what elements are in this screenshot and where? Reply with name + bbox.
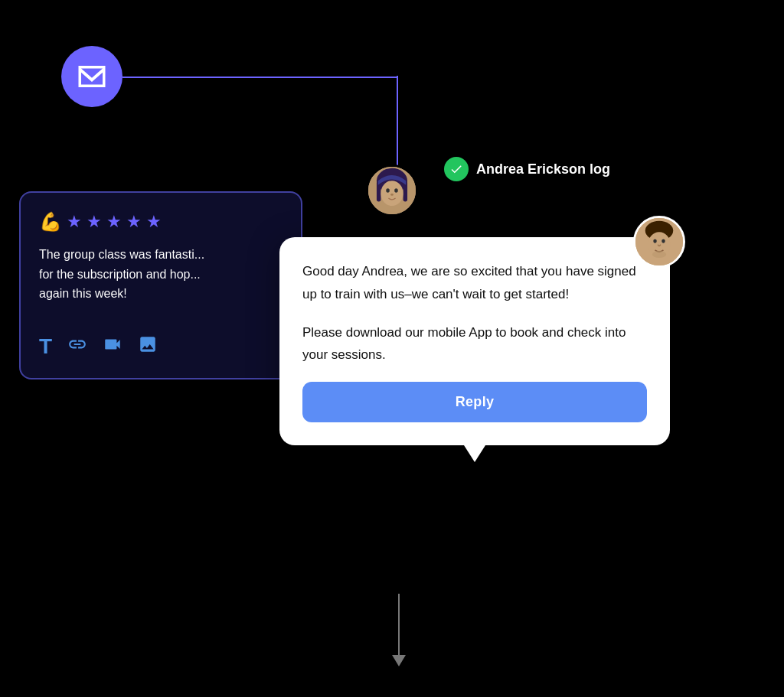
arrow-line-bottom-line bbox=[398, 594, 400, 655]
review-card: 💪 ★ ★ ★ ★ ★ The group class was fantasti… bbox=[19, 191, 302, 379]
reply-button[interactable]: Reply bbox=[302, 382, 647, 422]
arrow-down-bottom bbox=[392, 594, 406, 666]
message-card: Good day Andrea, we are so excited that … bbox=[279, 237, 670, 445]
svg-point-5 bbox=[386, 188, 390, 192]
svg-point-4 bbox=[381, 181, 403, 206]
image-icon[interactable] bbox=[138, 334, 158, 360]
check-circle bbox=[444, 157, 469, 181]
review-text: The group class was fantasti... for the … bbox=[39, 245, 283, 304]
mail-icon-circle bbox=[61, 46, 122, 107]
link-icon[interactable] bbox=[67, 334, 87, 360]
arrow-tip-bottom-tip bbox=[392, 655, 406, 666]
message-paragraph-2: Please download our mobile App to book a… bbox=[302, 321, 647, 367]
review-stars: 💪 ★ ★ ★ ★ ★ bbox=[39, 211, 283, 233]
text-format-icon[interactable]: T bbox=[39, 334, 52, 359]
message-paragraph-1: Good day Andrea, we are so excited that … bbox=[302, 260, 647, 306]
star-5: ★ bbox=[146, 212, 162, 232]
connector-line-top bbox=[122, 77, 398, 78]
avatar-female bbox=[366, 164, 418, 217]
svg-point-11 bbox=[653, 239, 657, 243]
star-4: ★ bbox=[126, 212, 142, 232]
svg-point-13 bbox=[652, 251, 666, 258]
svg-point-12 bbox=[662, 239, 665, 243]
video-icon[interactable] bbox=[103, 334, 122, 360]
star-2: ★ bbox=[87, 212, 102, 232]
check-icon bbox=[449, 162, 463, 176]
svg-point-6 bbox=[394, 188, 398, 192]
female-face-svg bbox=[368, 167, 416, 214]
muscle-emoji: 💪 bbox=[39, 211, 62, 233]
avatar-male bbox=[633, 216, 685, 268]
male-face-svg bbox=[635, 218, 683, 265]
notification-badge: Andrea Erickson log bbox=[444, 157, 610, 181]
notification-text: Andrea Erickson log bbox=[476, 161, 610, 178]
star-3: ★ bbox=[106, 212, 122, 232]
toolbar-icons: T bbox=[39, 334, 283, 360]
mail-icon bbox=[76, 60, 108, 93]
star-1: ★ bbox=[67, 212, 82, 232]
svg-point-7 bbox=[390, 194, 394, 196]
